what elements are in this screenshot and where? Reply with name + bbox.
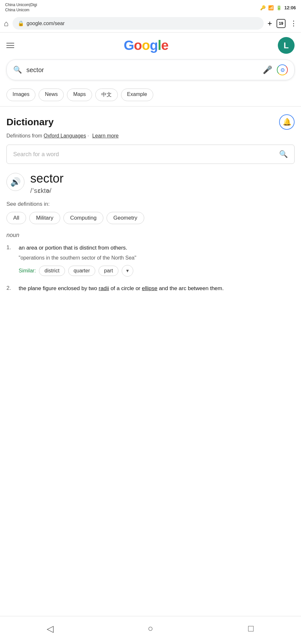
- def-content-1: an area or portion that is distinct from…: [19, 244, 295, 277]
- def-content-2: the plane figure enclosed by two radii o…: [19, 284, 295, 295]
- see-definitions-label: See definitions in:: [6, 201, 295, 207]
- part-of-speech: noun: [6, 232, 295, 239]
- similar-part[interactable]: part: [99, 266, 118, 276]
- voice-search-icon[interactable]: 🎤: [263, 65, 272, 74]
- filter-example[interactable]: Example: [121, 89, 153, 101]
- category-geometry[interactable]: Geometry: [107, 212, 144, 224]
- signal-icon: 📶: [268, 5, 274, 10]
- word-search-box[interactable]: Search for a word 🔍: [6, 145, 295, 164]
- def-text-1: an area or portion that is distinct from…: [19, 244, 295, 252]
- google-logo: Google: [124, 38, 168, 53]
- def-example-1: "operations in the southern sector of th…: [19, 254, 295, 262]
- lens-search-icon[interactable]: ⊙: [277, 64, 288, 75]
- lock-icon: 🔒: [18, 20, 24, 26]
- def-text-2: the plane figure enclosed by two radii o…: [19, 284, 295, 293]
- word-headword: sector: [30, 172, 295, 185]
- url-text: google.com/sear: [27, 21, 259, 26]
- avatar[interactable]: L: [278, 37, 295, 54]
- def-number-2: 2.: [6, 285, 14, 291]
- word-search-icon: 🔍: [279, 150, 288, 158]
- definition-item-2: 2. the plane figure enclosed by two radi…: [6, 284, 295, 295]
- chevron-down-icon: ▾: [126, 268, 129, 274]
- battery-icon: 🔋: [276, 5, 282, 10]
- filter-news[interactable]: News: [39, 89, 64, 101]
- dictionary-title: Dictionary: [6, 117, 54, 128]
- speak-button[interactable]: 🔊: [6, 173, 24, 191]
- recents-button[interactable]: □: [243, 621, 259, 636]
- alert-bell-button[interactable]: 🔔: [279, 114, 295, 130]
- filter-images[interactable]: Images: [6, 89, 35, 101]
- home-button[interactable]: ⌂: [4, 19, 9, 28]
- add-tab-button[interactable]: +: [268, 19, 272, 28]
- bell-icon: 🔔: [283, 118, 291, 126]
- speaker-icon: 🔊: [10, 177, 21, 187]
- carrier-info: China Unicom|Digi China Unicom: [5, 3, 37, 13]
- back-icon: ◁: [47, 623, 54, 634]
- similar-quarter[interactable]: quarter: [68, 266, 96, 276]
- ellipse-link[interactable]: ellipse: [142, 285, 157, 291]
- status-right: 🔑 📶 🔋 12:06: [260, 5, 296, 10]
- category-computing[interactable]: Computing: [63, 212, 103, 224]
- similar-row-1: Similar: district quarter part ▾: [19, 265, 295, 277]
- word-entry: 🔊 sector /ˈsɛktə/: [6, 172, 295, 194]
- search-query: sector: [26, 66, 258, 74]
- word-search-placeholder: Search for a word: [13, 151, 279, 158]
- filter-pills: Images News Maps 中文 Example: [0, 85, 301, 106]
- category-military[interactable]: Military: [29, 212, 60, 224]
- word-info: sector /ˈsɛktə/: [30, 172, 295, 194]
- home-nav-button[interactable]: ○: [143, 621, 158, 636]
- search-icon: 🔍: [13, 66, 22, 74]
- status-bar: China Unicom|Digi China Unicom 🔑 📶 🔋 12:…: [0, 0, 301, 14]
- back-button[interactable]: ◁: [42, 621, 58, 636]
- learn-more-link[interactable]: Learn more: [92, 133, 119, 138]
- dictionary-section: Dictionary 🔔 Definitions from Oxford Lan…: [0, 107, 301, 307]
- definitions-list: 1. an area or portion that is distinct f…: [6, 244, 295, 294]
- browser-bar: ⌂ 🔒 google.com/sear + 19 ⋮: [0, 14, 301, 33]
- more-menu-button[interactable]: ⋮: [290, 19, 297, 28]
- dictionary-header: Dictionary 🔔: [6, 114, 295, 130]
- recents-icon: □: [248, 623, 254, 634]
- radii-link[interactable]: radii: [99, 285, 109, 291]
- bottom-navigation: ◁ ○ □: [0, 616, 301, 644]
- filter-chinese[interactable]: 中文: [95, 89, 118, 101]
- similar-expand-button[interactable]: ▾: [122, 265, 133, 277]
- google-header: Google L: [0, 33, 301, 58]
- hamburger-menu[interactable]: [6, 43, 14, 48]
- search-container: 🔍 sector 🎤 ⊙: [0, 58, 301, 85]
- similar-label: Similar:: [19, 268, 36, 274]
- filter-maps[interactable]: Maps: [67, 89, 92, 101]
- tab-count-button[interactable]: 19: [277, 19, 286, 28]
- time: 12:06: [284, 5, 296, 10]
- browser-actions: + 19 ⋮: [268, 19, 297, 28]
- definition-item-1: 1. an area or portion that is distinct f…: [6, 244, 295, 277]
- word-phonetic: /ˈsɛktə/: [30, 187, 295, 194]
- url-bar[interactable]: 🔒 google.com/sear: [13, 17, 264, 30]
- home-circle-icon: ○: [148, 623, 153, 634]
- definitions-source: Definitions from Oxford Languages · Lear…: [6, 133, 295, 139]
- main-search-box[interactable]: 🔍 sector 🎤 ⊙: [6, 60, 295, 80]
- similar-district[interactable]: district: [39, 266, 65, 276]
- oxford-link[interactable]: Oxford Languages: [44, 133, 86, 138]
- category-all[interactable]: All: [6, 212, 26, 224]
- def-number-1: 1.: [6, 244, 14, 251]
- key-icon: 🔑: [260, 5, 266, 10]
- definition-categories: All Military Computing Geometry: [6, 212, 295, 224]
